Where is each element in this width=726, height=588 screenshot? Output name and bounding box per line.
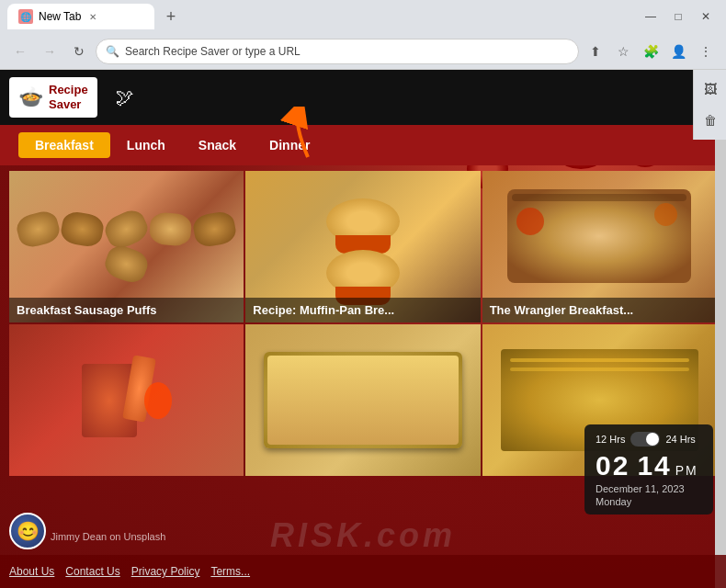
recipe-card-1[interactable]: Breakfast Sausage Puffs: [9, 171, 244, 322]
menu-button[interactable]: ⋮: [693, 39, 719, 64]
clock-date: December 11, 2023: [596, 483, 702, 494]
recipe-card-5[interactable]: [245, 324, 480, 476]
tab-lunch[interactable]: Lunch: [110, 132, 182, 158]
annotation-arrow: [276, 107, 322, 169]
footer-terms-link[interactable]: Terms...: [210, 565, 250, 578]
recipe-card-2[interactable]: Recipe: Muffin-Pan Bre...: [245, 171, 480, 322]
recipe-title-3: The Wrangler Breakfast...: [482, 298, 717, 322]
gallery-panel-button[interactable]: 🖼: [698, 77, 723, 101]
logo-line1: Recipe: [49, 83, 88, 96]
page-content: 🍲 Recipe Saver 🕊 🔍 Breakfast Lunch Snack…: [0, 70, 726, 588]
site-logo[interactable]: 🍲 Recipe Saver: [9, 77, 97, 117]
window-maximize-button[interactable]: □: [665, 4, 691, 29]
page-scrollbar[interactable]: [715, 70, 726, 588]
window-close-button[interactable]: ✕: [693, 4, 719, 29]
address-lock-icon: 🔍: [106, 45, 119, 58]
photo-credit: Jimmy Dean on Unsplash: [51, 531, 165, 542]
recipe-card-4[interactable]: [9, 324, 244, 476]
title-bar: 🌐 New Tab ✕ + — □ ✕: [0, 0, 726, 33]
toolbar-actions: ⬆ ☆ 🧩 👤 ⋮: [583, 39, 719, 64]
address-text: Search Recipe Saver or type a URL: [125, 45, 569, 58]
site-header: 🍲 Recipe Saver 🕊 🔍: [0, 70, 726, 125]
clock-toggle-row: 12 Hrs 24 Hrs: [596, 432, 702, 447]
logo-text: Recipe Saver: [49, 83, 88, 111]
clock-time: 02 14 PM: [596, 450, 702, 481]
clock-24hr-label: 24 Hrs: [665, 434, 695, 445]
bookmark-button[interactable]: ☆: [610, 39, 636, 64]
recipe-card-3[interactable]: The Wrangler Breakfast...: [482, 171, 717, 322]
window-minimize-button[interactable]: —: [638, 4, 664, 29]
clock-minute: 14: [637, 450, 671, 481]
footer-privacy-link[interactable]: Privacy Policy: [131, 565, 200, 578]
footer-bar: About Us Contact Us Privacy Policy Terms…: [0, 555, 726, 588]
tab-close-button[interactable]: ✕: [86, 10, 99, 23]
right-panel: 🖼 🗑: [693, 70, 726, 140]
tab-breakfast[interactable]: Breakfast: [18, 132, 110, 158]
tab-favicon: 🌐: [18, 9, 33, 24]
new-tab-button[interactable]: +: [158, 4, 184, 29]
user-avatar: 😊: [9, 513, 46, 549]
profile-button[interactable]: 👤: [665, 39, 691, 64]
clock-12hr-label: 12 Hrs: [596, 434, 625, 445]
toggle-knob: [646, 433, 659, 446]
window-controls: — □ ✕: [638, 4, 719, 29]
share-button[interactable]: ⬆: [583, 39, 608, 64]
address-bar[interactable]: 🔍 Search Recipe Saver or type a URL: [96, 39, 579, 64]
footer-contact-link[interactable]: Contact Us: [65, 565, 119, 578]
avatar-icon: 😊: [17, 520, 40, 542]
logo-line2: Saver: [49, 97, 81, 111]
extensions-button[interactable]: 🧩: [638, 39, 664, 64]
recipe-title-2: Recipe: Muffin-Pan Bre...: [245, 298, 480, 322]
recipe-image-4: [9, 324, 244, 476]
recipe-image-5: [245, 324, 480, 476]
browser-tab[interactable]: 🌐 New Tab ✕: [7, 4, 154, 29]
category-bar: Breakfast Lunch Snack Dinner: [0, 125, 726, 165]
tab-snack[interactable]: Snack: [182, 132, 253, 158]
clock-ampm: PM: [675, 463, 698, 478]
clock-hour: 02: [596, 450, 630, 481]
clock-day: Monday: [596, 496, 702, 507]
forward-button[interactable]: →: [37, 39, 62, 64]
delete-panel-button[interactable]: 🗑: [698, 108, 723, 132]
back-button[interactable]: ←: [7, 39, 33, 64]
tab-title: New Tab: [39, 10, 81, 23]
reload-button[interactable]: ↻: [66, 39, 92, 64]
hamburger-icon[interactable]: 🕊: [116, 87, 134, 108]
clock-mode-toggle[interactable]: [630, 432, 660, 447]
footer-about-link[interactable]: About Us: [9, 565, 54, 578]
clock-widget: 12 Hrs 24 Hrs 02 14 PM December 11, 2023…: [584, 424, 713, 514]
recipe-title-1: Breakfast Sausage Puffs: [9, 298, 244, 322]
logo-icon: 🍲: [18, 85, 43, 109]
browser-toolbar: ← → ↻ 🔍 Search Recipe Saver or type a UR…: [0, 33, 726, 70]
